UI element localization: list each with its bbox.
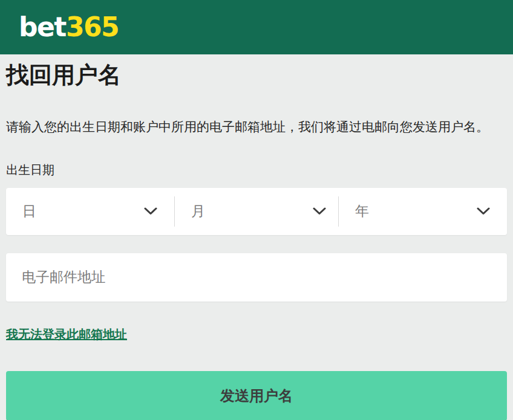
chevron-down-icon xyxy=(144,207,157,215)
date-of-birth-selects: 日 月 年 xyxy=(6,188,507,235)
logo-bet-text: bet xyxy=(19,11,66,42)
date-of-birth-label: 出生日期 xyxy=(6,162,507,178)
month-select[interactable]: 月 xyxy=(175,188,338,235)
send-username-button[interactable]: 发送用户名 xyxy=(6,371,507,420)
year-select-value: 年 xyxy=(355,202,369,221)
chevron-down-icon xyxy=(313,207,326,215)
chevron-down-icon xyxy=(477,207,490,215)
logo-365-text: 365 xyxy=(66,11,119,42)
recover-username-page: 找回用户名 请输入您的出生日期和账户中所用的电子邮箱地址，我们将通过电邮向您发送… xyxy=(0,62,513,420)
email-address-input[interactable] xyxy=(6,253,507,302)
month-select-value: 月 xyxy=(191,202,205,221)
day-select[interactable]: 日 xyxy=(6,188,174,235)
page-title: 找回用户名 xyxy=(6,62,507,89)
instructions-text: 请输入您的出生日期和账户中所用的电子邮箱地址，我们将通过电邮向您发送用户名。 xyxy=(6,118,507,135)
top-header: bet365 xyxy=(0,0,513,54)
day-select-value: 日 xyxy=(22,202,36,221)
year-select[interactable]: 年 xyxy=(339,188,507,235)
bet365-logo[interactable]: bet365 xyxy=(19,14,119,40)
cannot-access-email-link[interactable]: 我无法登录此邮箱地址 xyxy=(6,326,127,343)
